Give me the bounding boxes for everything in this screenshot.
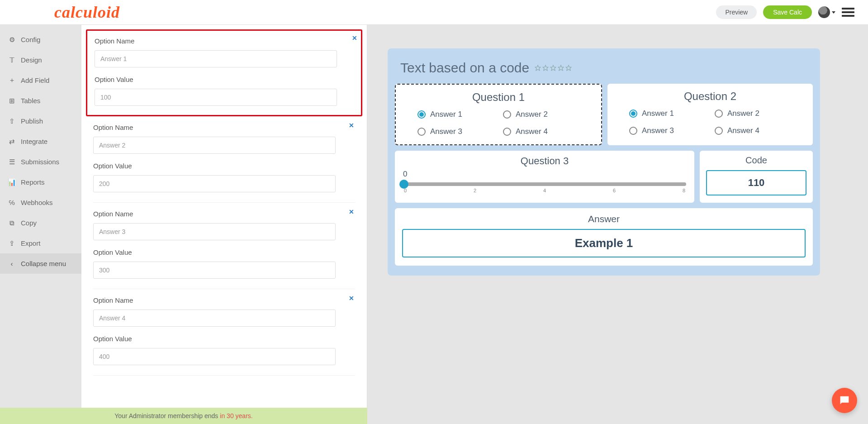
sidebar-item-collapse[interactable]: ‹Collapse menu (0, 253, 81, 274)
question-3-box[interactable]: Question 3 0 0 2 4 6 8 (395, 151, 694, 203)
label: Submissions (21, 158, 59, 166)
sidebar-item-tables[interactable]: ⊞Tables (0, 91, 81, 111)
calculator: Text based on a code Question 1 Answer 1… (388, 48, 820, 276)
sidebar-item-submissions[interactable]: ☰Submissions (0, 152, 81, 172)
answer-option[interactable]: Answer 3 (417, 127, 494, 136)
radio-icon (503, 110, 511, 119)
question-title: Question 1 (404, 91, 593, 104)
radio-icon (629, 110, 637, 118)
option-name-input[interactable] (95, 50, 337, 67)
option-name-input[interactable] (93, 223, 336, 240)
option-block-3: ✕ Option Name Option Value (93, 203, 355, 289)
label: Add Field (21, 76, 49, 84)
save-button[interactable]: Save Calc (763, 5, 812, 19)
sidebar-item-integrate[interactable]: ⇄Integrate (0, 131, 81, 152)
slider-track[interactable] (403, 182, 686, 186)
editor-panel: ✕ Option Name Option Value ✕ Option Name… (81, 25, 367, 424)
gear-icon: ⚙ (8, 36, 15, 43)
design-icon: 𝕋 (8, 57, 15, 64)
option-value-input[interactable] (93, 175, 336, 192)
close-icon[interactable]: ✕ (352, 34, 357, 42)
sidebar-item-config[interactable]: ⚙Config (0, 29, 81, 50)
avatar-icon (818, 6, 830, 18)
answer-option[interactable]: Answer 2 (503, 110, 579, 119)
option-block-2: ✕ Option Name Option Value (93, 116, 355, 203)
svg-marker-2 (550, 65, 556, 71)
option-value-input[interactable] (95, 89, 337, 106)
chevron-down-icon (832, 11, 835, 14)
option-name-label: Option Name (95, 37, 354, 45)
preview-area: Text based on a code Question 1 Answer 1… (367, 25, 868, 424)
chat-bubble[interactable] (832, 388, 857, 413)
answer-title: Answer (402, 214, 806, 224)
svg-marker-1 (543, 65, 548, 71)
sidebar-item-add-field[interactable]: ＋Add Field (0, 70, 81, 91)
answer-option[interactable]: Answer 2 (715, 109, 791, 118)
option-name-input[interactable] (93, 137, 336, 154)
rating-stars[interactable] (535, 65, 572, 71)
option-block-4: ✕ Option Name Option Value (93, 289, 355, 376)
option-name-input[interactable] (93, 310, 336, 327)
code-input[interactable] (706, 170, 806, 195)
slider-thumb[interactable] (399, 180, 408, 189)
answer-box: Answer Example 1 (395, 208, 813, 266)
option-block-1: ✕ Option Name Option Value (86, 29, 362, 116)
preview-button[interactable]: Preview (716, 5, 757, 19)
star-icon (550, 65, 556, 71)
radio-icon (629, 127, 637, 135)
label: Webhooks (21, 199, 53, 206)
close-icon[interactable]: ✕ (349, 208, 354, 215)
answer-result: Example 1 (402, 229, 806, 257)
label: Integrate (21, 138, 47, 145)
label: Design (21, 56, 42, 64)
plug-icon: ⇄ (8, 138, 15, 145)
question-2-box[interactable]: Question 2 Answer 1 Answer 2 Answer 3 An… (607, 84, 813, 145)
option-value-label: Option Value (93, 335, 355, 343)
answer-option[interactable]: Answer 1 (629, 109, 706, 118)
option-value-label: Option Value (93, 248, 355, 256)
svg-marker-0 (535, 65, 541, 71)
label: Config (21, 36, 40, 43)
answer-option[interactable]: Answer 3 (629, 126, 706, 135)
close-icon[interactable]: ✕ (349, 122, 354, 129)
plus-icon: ＋ (8, 77, 15, 84)
label: Collapse menu (21, 260, 66, 267)
answer-option[interactable]: Answer 4 (503, 127, 579, 136)
sidebar-item-reports[interactable]: 📊Reports (0, 172, 81, 192)
chart-icon: 📊 (8, 179, 15, 186)
radio-icon (417, 110, 426, 119)
option-value-input[interactable] (93, 262, 336, 279)
label: Reports (21, 178, 45, 186)
sidebar-item-webhooks[interactable]: ℅Webhooks (0, 192, 81, 213)
radio-icon (417, 128, 426, 136)
question-1-box[interactable]: Question 1 Answer 1 Answer 2 Answer 3 An… (395, 84, 602, 145)
table-icon: ⊞ (8, 97, 15, 105)
close-icon[interactable]: ✕ (349, 295, 354, 302)
user-menu[interactable] (818, 6, 835, 18)
hamburger-menu[interactable] (842, 6, 854, 19)
answer-option[interactable]: Answer 4 (715, 126, 791, 135)
label: Export (21, 239, 40, 247)
radio-icon (715, 110, 723, 118)
topbar-right: Preview Save Calc (716, 5, 854, 19)
option-value-label: Option Value (95, 76, 354, 83)
code-title: Code (706, 155, 806, 166)
label: Tables (21, 97, 40, 105)
sidebar-item-export[interactable]: ⇪Export (0, 233, 81, 253)
answer-option[interactable]: Answer 1 (417, 110, 494, 119)
code-box[interactable]: Code (700, 151, 813, 203)
sidebar: ⚙Config 𝕋Design ＋Add Field ⊞Tables ⇧Publ… (0, 25, 81, 424)
star-icon (542, 65, 549, 71)
svg-marker-3 (558, 65, 564, 71)
sidebar-item-publish[interactable]: ⇧Publish (0, 111, 81, 131)
list-icon: ☰ (8, 158, 15, 166)
upload-icon: ⇧ (8, 118, 15, 125)
copy-icon: ⧉ (8, 219, 15, 227)
star-icon (535, 65, 541, 71)
option-name-label: Option Name (93, 296, 355, 304)
option-value-input[interactable] (93, 348, 336, 365)
option-name-label: Option Name (93, 124, 355, 131)
sidebar-item-copy[interactable]: ⧉Copy (0, 213, 81, 233)
sidebar-item-design[interactable]: 𝕋Design (0, 50, 81, 70)
chevron-left-icon: ‹ (8, 260, 15, 267)
